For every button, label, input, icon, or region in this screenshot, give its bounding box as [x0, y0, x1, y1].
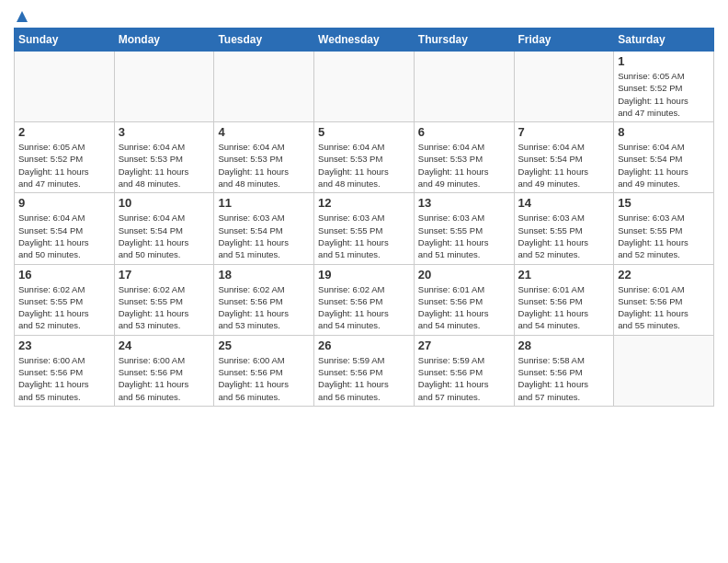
day-number: 8 [618, 125, 710, 139]
day-number: 11 [218, 196, 310, 210]
day-info: Sunrise: 5:59 AM Sunset: 5:56 PM Dayligh… [318, 354, 410, 403]
calendar-cell: 18Sunrise: 6:02 AM Sunset: 5:56 PM Dayli… [214, 264, 314, 335]
calendar-cell: 24Sunrise: 6:00 AM Sunset: 5:56 PM Dayli… [114, 335, 214, 406]
calendar-header-friday: Friday [514, 29, 614, 52]
day-info: Sunrise: 6:04 AM Sunset: 5:54 PM Dayligh… [119, 212, 210, 260]
calendar-header-wednesday: Wednesday [314, 29, 415, 52]
day-info: Sunrise: 6:01 AM Sunset: 5:56 PM Dayligh… [418, 283, 510, 332]
calendar-cell [114, 52, 214, 122]
calendar-week-4: 16Sunrise: 6:02 AM Sunset: 5:55 PM Dayli… [15, 264, 714, 335]
calendar-cell: 1Sunrise: 6:05 AM Sunset: 5:52 PM Daylig… [614, 52, 714, 122]
calendar-header-tuesday: Tuesday [214, 29, 314, 52]
day-number: 15 [618, 196, 710, 210]
day-number: 5 [318, 125, 410, 139]
day-info: Sunrise: 6:05 AM Sunset: 5:52 PM Dayligh… [618, 70, 710, 119]
day-number: 6 [418, 125, 510, 139]
day-info: Sunrise: 6:04 AM Sunset: 5:54 PM Dayligh… [618, 141, 710, 190]
day-number: 24 [119, 339, 210, 352]
calendar-cell: 15Sunrise: 6:03 AM Sunset: 5:55 PM Dayli… [614, 193, 714, 264]
day-info: Sunrise: 6:02 AM Sunset: 5:56 PM Dayligh… [218, 283, 310, 332]
day-info: Sunrise: 6:03 AM Sunset: 5:55 PM Dayligh… [618, 212, 710, 260]
calendar-week-1: 1Sunrise: 6:05 AM Sunset: 5:52 PM Daylig… [15, 52, 714, 122]
day-info: Sunrise: 6:00 AM Sunset: 5:56 PM Dayligh… [119, 354, 210, 403]
day-number: 18 [218, 268, 310, 282]
calendar-cell: 7Sunrise: 6:04 AM Sunset: 5:54 PM Daylig… [514, 122, 614, 193]
day-info: Sunrise: 6:02 AM Sunset: 5:56 PM Dayligh… [318, 283, 410, 332]
calendar-cell: 27Sunrise: 5:59 AM Sunset: 5:56 PM Dayli… [414, 335, 514, 406]
day-number: 23 [18, 339, 110, 352]
calendar-cell: 22Sunrise: 6:01 AM Sunset: 5:56 PM Dayli… [614, 264, 714, 335]
day-info: Sunrise: 5:58 AM Sunset: 5:56 PM Dayligh… [518, 354, 610, 403]
calendar-week-3: 9Sunrise: 6:04 AM Sunset: 5:54 PM Daylig… [15, 193, 714, 264]
day-info: Sunrise: 6:03 AM Sunset: 5:55 PM Dayligh… [318, 212, 410, 260]
day-number: 4 [218, 125, 310, 139]
calendar-header-sunday: Sunday [15, 29, 115, 52]
calendar: SundayMondayTuesdayWednesdayThursdayFrid… [14, 28, 714, 407]
calendar-cell: 11Sunrise: 6:03 AM Sunset: 5:54 PM Dayli… [214, 193, 314, 264]
calendar-cell [15, 52, 115, 122]
page-header [14, 9, 714, 20]
day-number: 13 [418, 196, 510, 210]
calendar-cell: 4Sunrise: 6:04 AM Sunset: 5:53 PM Daylig… [214, 122, 314, 193]
calendar-cell: 26Sunrise: 5:59 AM Sunset: 5:56 PM Dayli… [314, 335, 415, 406]
day-number: 10 [119, 196, 210, 210]
calendar-cell: 19Sunrise: 6:02 AM Sunset: 5:56 PM Dayli… [314, 264, 415, 335]
day-info: Sunrise: 6:04 AM Sunset: 5:53 PM Dayligh… [418, 141, 510, 190]
calendar-cell: 12Sunrise: 6:03 AM Sunset: 5:55 PM Dayli… [314, 193, 415, 264]
day-info: Sunrise: 6:01 AM Sunset: 5:56 PM Dayligh… [518, 283, 610, 332]
day-info: Sunrise: 6:00 AM Sunset: 5:56 PM Dayligh… [218, 354, 310, 403]
day-info: Sunrise: 6:04 AM Sunset: 5:54 PM Dayligh… [18, 212, 110, 260]
calendar-header-row: SundayMondayTuesdayWednesdayThursdayFrid… [15, 29, 714, 52]
day-number: 16 [18, 268, 110, 282]
day-number: 14 [518, 196, 610, 210]
day-info: Sunrise: 6:02 AM Sunset: 5:55 PM Dayligh… [119, 283, 210, 332]
calendar-week-2: 2Sunrise: 6:05 AM Sunset: 5:52 PM Daylig… [15, 122, 714, 193]
calendar-cell [314, 52, 415, 122]
svg-marker-0 [17, 11, 28, 22]
day-number: 20 [418, 268, 510, 282]
day-number: 19 [318, 268, 410, 282]
calendar-header-thursday: Thursday [414, 29, 514, 52]
day-info: Sunrise: 6:04 AM Sunset: 5:53 PM Dayligh… [318, 141, 410, 190]
day-number: 26 [318, 339, 410, 352]
day-number: 9 [18, 196, 110, 210]
day-number: 2 [18, 125, 110, 139]
day-number: 22 [618, 268, 710, 282]
day-number: 3 [119, 125, 210, 139]
logo [14, 9, 30, 20]
calendar-header-saturday: Saturday [614, 29, 714, 52]
calendar-cell [414, 52, 514, 122]
calendar-cell [514, 52, 614, 122]
day-info: Sunrise: 6:03 AM Sunset: 5:55 PM Dayligh… [518, 212, 610, 260]
day-info: Sunrise: 6:05 AM Sunset: 5:52 PM Dayligh… [18, 141, 110, 190]
day-info: Sunrise: 6:03 AM Sunset: 5:55 PM Dayligh… [418, 212, 510, 260]
day-number: 12 [318, 196, 410, 210]
calendar-cell: 9Sunrise: 6:04 AM Sunset: 5:54 PM Daylig… [15, 193, 115, 264]
day-info: Sunrise: 6:04 AM Sunset: 5:53 PM Dayligh… [119, 141, 210, 190]
day-info: Sunrise: 6:04 AM Sunset: 5:54 PM Dayligh… [518, 141, 610, 190]
calendar-cell: 2Sunrise: 6:05 AM Sunset: 5:52 PM Daylig… [15, 122, 115, 193]
calendar-week-5: 23Sunrise: 6:00 AM Sunset: 5:56 PM Dayli… [15, 335, 714, 406]
calendar-cell: 21Sunrise: 6:01 AM Sunset: 5:56 PM Dayli… [514, 264, 614, 335]
day-info: Sunrise: 6:00 AM Sunset: 5:56 PM Dayligh… [18, 354, 110, 403]
day-info: Sunrise: 6:02 AM Sunset: 5:55 PM Dayligh… [18, 283, 110, 332]
calendar-cell: 17Sunrise: 6:02 AM Sunset: 5:55 PM Dayli… [114, 264, 214, 335]
day-info: Sunrise: 6:04 AM Sunset: 5:53 PM Dayligh… [218, 141, 310, 190]
calendar-cell: 13Sunrise: 6:03 AM Sunset: 5:55 PM Dayli… [414, 193, 514, 264]
logo-icon [15, 9, 29, 24]
calendar-cell: 25Sunrise: 6:00 AM Sunset: 5:56 PM Dayli… [214, 335, 314, 406]
day-number: 17 [119, 268, 210, 282]
day-info: Sunrise: 6:01 AM Sunset: 5:56 PM Dayligh… [618, 283, 710, 332]
calendar-cell: 16Sunrise: 6:02 AM Sunset: 5:55 PM Dayli… [15, 264, 115, 335]
calendar-cell: 5Sunrise: 6:04 AM Sunset: 5:53 PM Daylig… [314, 122, 415, 193]
day-info: Sunrise: 6:03 AM Sunset: 5:54 PM Dayligh… [218, 212, 310, 260]
day-number: 1 [618, 54, 710, 68]
calendar-cell: 3Sunrise: 6:04 AM Sunset: 5:53 PM Daylig… [114, 122, 214, 193]
calendar-cell: 28Sunrise: 5:58 AM Sunset: 5:56 PM Dayli… [514, 335, 614, 406]
calendar-cell [614, 335, 714, 406]
day-number: 28 [518, 339, 610, 352]
day-number: 7 [518, 125, 610, 139]
calendar-cell [214, 52, 314, 122]
calendar-header-monday: Monday [114, 29, 214, 52]
calendar-cell: 14Sunrise: 6:03 AM Sunset: 5:55 PM Dayli… [514, 193, 614, 264]
